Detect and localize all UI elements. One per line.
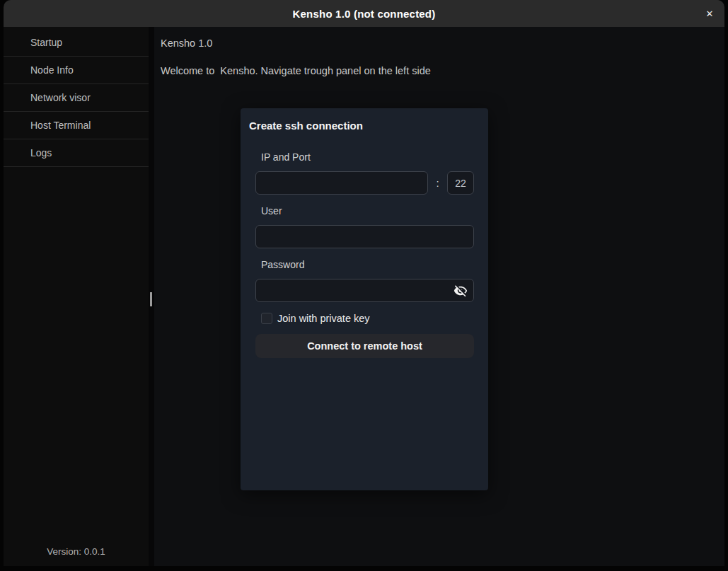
app-window: Kensho 1.0 (not connected) ✕ Startup Nod… <box>0 0 728 571</box>
sidebar: Startup Node Info Network visor Host Ter… <box>4 27 149 566</box>
close-icon: ✕ <box>706 8 714 19</box>
ip-port-label: IP and Port <box>261 151 474 163</box>
sidebar-item-host-terminal[interactable]: Host Terminal <box>4 112 149 139</box>
port-input[interactable] <box>447 171 474 195</box>
user-input[interactable] <box>255 225 474 248</box>
panel-divider <box>149 27 154 566</box>
page-title: Kensho 1.0 <box>161 38 724 49</box>
scrollbar-thumb[interactable] <box>150 292 152 306</box>
close-button[interactable]: ✕ <box>702 6 717 21</box>
sidebar-item-label: Host Terminal <box>30 120 91 131</box>
ip-input[interactable] <box>255 171 428 195</box>
port-separator: : <box>428 177 447 189</box>
sidebar-item-network-visor[interactable]: Network visor <box>4 84 149 112</box>
title-bar[interactable]: Kensho 1.0 (not connected) ✕ <box>4 0 724 27</box>
password-input[interactable] <box>255 279 474 302</box>
sidebar-item-logs[interactable]: Logs <box>4 139 149 167</box>
toggle-password-visibility-button[interactable] <box>452 282 469 299</box>
dialog-title: Create ssh connection <box>241 108 488 140</box>
sidebar-item-label: Network visor <box>30 92 91 103</box>
private-key-checkbox[interactable] <box>261 313 272 324</box>
private-key-label: Join with private key <box>277 313 370 324</box>
sidebar-item-label: Node Info <box>30 64 74 76</box>
sidebar-nav: Startup Node Info Network visor Host Ter… <box>4 27 149 167</box>
ssh-connection-dialog: Create ssh connection IP and Port : User… <box>241 108 488 490</box>
sidebar-item-label: Startup <box>30 37 62 48</box>
eye-off-icon <box>453 284 468 298</box>
private-key-option[interactable]: Join with private key <box>261 313 474 324</box>
main-content: Kensho 1.0 Welcome to Kensho. Navigate t… <box>154 27 724 566</box>
user-label: User <box>261 205 474 217</box>
ip-port-row: : <box>255 171 474 195</box>
password-field-wrap <box>255 279 474 302</box>
connect-button[interactable]: Connect to remote host <box>255 334 474 358</box>
ssh-form: IP and Port : User Password <box>241 151 488 358</box>
sidebar-item-label: Logs <box>30 147 52 158</box>
window-body: Startup Node Info Network visor Host Ter… <box>4 27 724 566</box>
sidebar-item-startup[interactable]: Startup <box>4 29 149 57</box>
sidebar-item-node-info[interactable]: Node Info <box>4 57 149 84</box>
welcome-text: Welcome to Kensho. Navigate trough panel… <box>161 65 724 76</box>
version-label: Version: 0.0.1 <box>4 546 149 557</box>
password-label: Password <box>261 259 474 270</box>
window-title: Kensho 1.0 (not connected) <box>293 8 436 20</box>
